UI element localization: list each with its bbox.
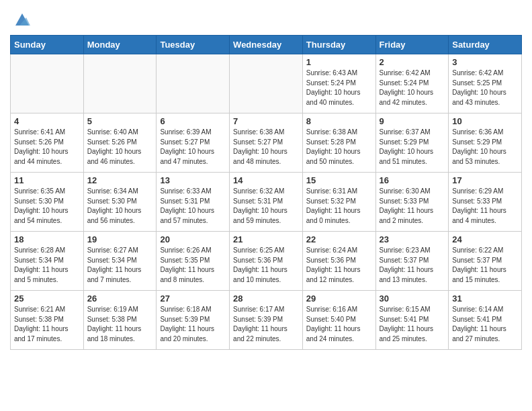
calendar-day-cell (230, 54, 303, 113)
day-number: 31 (452, 293, 518, 304)
day-info: Sunrise: 6:35 AM Sunset: 5:30 PM Dayligh… (14, 187, 80, 226)
day-info: Sunrise: 6:14 AM Sunset: 5:41 PM Dayligh… (452, 305, 518, 344)
day-number: 15 (306, 175, 372, 185)
day-number: 13 (160, 175, 226, 185)
day-number: 27 (160, 293, 226, 304)
calendar-day-cell: 26Sunrise: 6:19 AM Sunset: 5:38 PM Dayli… (83, 291, 157, 350)
calendar-day-cell: 31Sunrise: 6:14 AM Sunset: 5:41 PM Dayli… (449, 291, 522, 350)
calendar-day-cell (157, 54, 230, 113)
day-number: 10 (452, 116, 518, 126)
day-info: Sunrise: 6:34 AM Sunset: 5:30 PM Dayligh… (87, 187, 153, 226)
day-info: Sunrise: 6:43 AM Sunset: 5:24 PM Dayligh… (306, 68, 372, 107)
day-of-week-header: Friday (375, 36, 449, 54)
calendar-day-cell: 21Sunrise: 6:25 AM Sunset: 5:36 PM Dayli… (230, 232, 303, 291)
day-info: Sunrise: 6:42 AM Sunset: 5:24 PM Dayligh… (380, 68, 445, 107)
calendar-day-cell: 7Sunrise: 6:38 AM Sunset: 5:27 PM Daylig… (230, 113, 303, 173)
day-info: Sunrise: 6:25 AM Sunset: 5:36 PM Dayligh… (233, 246, 299, 285)
calendar-day-cell: 20Sunrise: 6:26 AM Sunset: 5:35 PM Dayli… (157, 232, 230, 291)
calendar-day-cell: 25Sunrise: 6:21 AM Sunset: 5:38 PM Dayli… (11, 291, 84, 350)
day-number: 2 (380, 57, 445, 67)
calendar-day-cell: 16Sunrise: 6:30 AM Sunset: 5:33 PM Dayli… (375, 173, 449, 232)
day-info: Sunrise: 6:28 AM Sunset: 5:34 PM Dayligh… (14, 246, 80, 285)
day-info: Sunrise: 6:31 AM Sunset: 5:32 PM Dayligh… (306, 187, 372, 226)
day-info: Sunrise: 6:18 AM Sunset: 5:39 PM Dayligh… (160, 305, 226, 344)
day-number: 16 (380, 175, 445, 185)
day-info: Sunrise: 6:39 AM Sunset: 5:27 PM Dayligh… (160, 128, 226, 167)
calendar-week-row: 18Sunrise: 6:28 AM Sunset: 5:34 PM Dayli… (11, 232, 522, 291)
day-number: 26 (87, 293, 153, 304)
calendar-day-cell (83, 54, 157, 113)
calendar-day-cell: 6Sunrise: 6:39 AM Sunset: 5:27 PM Daylig… (157, 113, 230, 173)
day-number: 22 (306, 234, 372, 244)
calendar-day-cell: 23Sunrise: 6:23 AM Sunset: 5:37 PM Dayli… (375, 232, 449, 291)
calendar-day-cell: 27Sunrise: 6:18 AM Sunset: 5:39 PM Dayli… (157, 291, 230, 350)
day-number: 8 (306, 116, 372, 126)
calendar-day-cell: 17Sunrise: 6:29 AM Sunset: 5:33 PM Dayli… (449, 173, 522, 232)
day-info: Sunrise: 6:22 AM Sunset: 5:37 PM Dayligh… (452, 246, 518, 285)
day-number: 17 (452, 175, 518, 185)
day-info: Sunrise: 6:23 AM Sunset: 5:37 PM Dayligh… (380, 246, 445, 285)
day-info: Sunrise: 6:36 AM Sunset: 5:29 PM Dayligh… (452, 128, 518, 167)
day-number: 19 (87, 234, 153, 244)
day-number: 5 (87, 116, 153, 126)
calendar-day-cell: 4Sunrise: 6:41 AM Sunset: 5:26 PM Daylig… (11, 113, 84, 173)
calendar-day-cell: 22Sunrise: 6:24 AM Sunset: 5:36 PM Dayli… (302, 232, 375, 291)
day-of-week-header: Monday (83, 36, 157, 54)
logo (10, 11, 32, 30)
day-number: 4 (14, 116, 80, 126)
calendar-day-cell: 3Sunrise: 6:42 AM Sunset: 5:25 PM Daylig… (449, 54, 522, 113)
day-info: Sunrise: 6:40 AM Sunset: 5:26 PM Dayligh… (87, 128, 153, 167)
day-number: 7 (233, 116, 299, 126)
calendar-day-cell: 12Sunrise: 6:34 AM Sunset: 5:30 PM Dayli… (83, 173, 157, 232)
day-info: Sunrise: 6:37 AM Sunset: 5:29 PM Dayligh… (380, 128, 445, 167)
calendar-week-row: 1Sunrise: 6:43 AM Sunset: 5:24 PM Daylig… (11, 54, 522, 113)
calendar-day-cell: 28Sunrise: 6:17 AM Sunset: 5:39 PM Dayli… (230, 291, 303, 350)
day-number: 14 (233, 175, 299, 185)
day-info: Sunrise: 6:15 AM Sunset: 5:41 PM Dayligh… (380, 305, 445, 344)
day-of-week-header: Thursday (302, 36, 375, 54)
day-info: Sunrise: 6:21 AM Sunset: 5:38 PM Dayligh… (14, 305, 80, 344)
calendar-week-row: 4Sunrise: 6:41 AM Sunset: 5:26 PM Daylig… (11, 113, 522, 173)
calendar-day-cell: 30Sunrise: 6:15 AM Sunset: 5:41 PM Dayli… (375, 291, 449, 350)
day-number: 9 (380, 116, 445, 126)
day-number: 28 (233, 293, 299, 304)
calendar-day-cell: 11Sunrise: 6:35 AM Sunset: 5:30 PM Dayli… (11, 173, 84, 232)
calendar-day-cell: 5Sunrise: 6:40 AM Sunset: 5:26 PM Daylig… (83, 113, 157, 173)
day-number: 23 (380, 234, 445, 244)
calendar-day-cell: 8Sunrise: 6:38 AM Sunset: 5:28 PM Daylig… (302, 113, 375, 173)
day-of-week-header: Sunday (11, 36, 84, 54)
calendar-day-cell: 10Sunrise: 6:36 AM Sunset: 5:29 PM Dayli… (449, 113, 522, 173)
day-number: 12 (87, 175, 153, 185)
calendar-table: SundayMondayTuesdayWednesdayThursdayFrid… (10, 35, 522, 350)
day-of-week-header: Saturday (449, 36, 522, 54)
day-number: 11 (14, 175, 80, 185)
day-info: Sunrise: 6:24 AM Sunset: 5:36 PM Dayligh… (306, 246, 372, 285)
day-number: 29 (306, 293, 372, 304)
day-number: 24 (452, 234, 518, 244)
day-info: Sunrise: 6:19 AM Sunset: 5:38 PM Dayligh… (87, 305, 153, 344)
calendar-day-cell: 18Sunrise: 6:28 AM Sunset: 5:34 PM Dayli… (11, 232, 84, 291)
day-number: 18 (14, 234, 80, 244)
day-of-week-header: Wednesday (230, 36, 303, 54)
day-number: 6 (160, 116, 226, 126)
page-header (10, 7, 522, 30)
day-number: 1 (306, 57, 372, 67)
day-info: Sunrise: 6:33 AM Sunset: 5:31 PM Dayligh… (160, 187, 226, 226)
day-info: Sunrise: 6:42 AM Sunset: 5:25 PM Dayligh… (452, 68, 518, 107)
day-info: Sunrise: 6:26 AM Sunset: 5:35 PM Dayligh… (160, 246, 226, 285)
day-number: 3 (452, 57, 518, 67)
calendar-header-row: SundayMondayTuesdayWednesdayThursdayFrid… (11, 36, 522, 54)
logo-icon (13, 11, 32, 30)
day-info: Sunrise: 6:30 AM Sunset: 5:33 PM Dayligh… (380, 187, 445, 226)
calendar-day-cell: 24Sunrise: 6:22 AM Sunset: 5:37 PM Dayli… (449, 232, 522, 291)
day-info: Sunrise: 6:27 AM Sunset: 5:34 PM Dayligh… (87, 246, 153, 285)
calendar-day-cell: 29Sunrise: 6:16 AM Sunset: 5:40 PM Dayli… (302, 291, 375, 350)
day-info: Sunrise: 6:29 AM Sunset: 5:33 PM Dayligh… (452, 187, 518, 226)
calendar-week-row: 11Sunrise: 6:35 AM Sunset: 5:30 PM Dayli… (11, 173, 522, 232)
day-number: 30 (380, 293, 445, 304)
calendar-day-cell: 13Sunrise: 6:33 AM Sunset: 5:31 PM Dayli… (157, 173, 230, 232)
calendar-day-cell (11, 54, 84, 113)
calendar-day-cell: 2Sunrise: 6:42 AM Sunset: 5:24 PM Daylig… (375, 54, 449, 113)
calendar-day-cell: 19Sunrise: 6:27 AM Sunset: 5:34 PM Dayli… (83, 232, 157, 291)
calendar-week-row: 25Sunrise: 6:21 AM Sunset: 5:38 PM Dayli… (11, 291, 522, 350)
